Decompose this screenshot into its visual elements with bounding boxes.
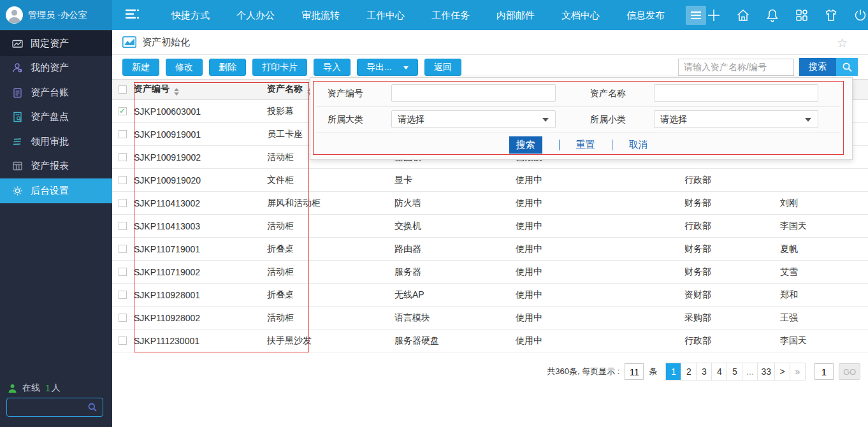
- page-button[interactable]: 1: [665, 363, 681, 380]
- export-button[interactable]: 导出...: [357, 59, 418, 76]
- row-checkbox[interactable]: [119, 130, 127, 138]
- nav-list-icon[interactable]: [125, 8, 141, 22]
- page-button[interactable]: 33: [757, 363, 774, 380]
- row-checkbox[interactable]: [119, 199, 127, 207]
- title-bar: 资产初始化 ☆: [112, 30, 868, 55]
- user-name: 管理员 -办公室: [28, 10, 87, 21]
- row-checkbox[interactable]: [119, 268, 127, 276]
- sidebar-item-backend-settings[interactable]: 后台设置: [0, 178, 112, 203]
- sidebar-search-input[interactable]: [7, 403, 87, 412]
- table-row[interactable]: SJKP110928002 活动柜 语言模块 使用中 采购部 王强: [112, 307, 868, 329]
- settings-gear-icon: [11, 185, 23, 196]
- top-menu-item[interactable]: 信息发布: [613, 0, 678, 30]
- asset-search-input[interactable]: [678, 59, 794, 76]
- filter-input-asset-name[interactable]: [654, 84, 818, 102]
- table-row[interactable]: SJKP110719002 活动柜 服务器 使用中 财务部 艾雪: [112, 261, 868, 284]
- table-row[interactable]: SJKP110928001 折叠桌 无线AP 使用中 资财部 郑和: [112, 284, 868, 307]
- top-menu-item[interactable]: 文档中心: [548, 0, 613, 30]
- page-button[interactable]: 4: [711, 363, 727, 380]
- select-all-checkbox[interactable]: [119, 85, 127, 94]
- add-icon[interactable]: [706, 8, 721, 23]
- toolbar-button[interactable]: 删除: [209, 59, 246, 76]
- power-logout-icon[interactable]: [853, 8, 868, 23]
- top-menu-item[interactable]: 个人办公: [223, 0, 288, 30]
- table-row[interactable]: SJKP110719001 折叠桌 路由器 使用中 财务部 夏帆: [112, 238, 868, 261]
- row-checkbox[interactable]: [119, 291, 127, 299]
- filter-select-major-category[interactable]: 请选择: [391, 110, 556, 128]
- popup-reset-button[interactable]: 重置: [576, 139, 595, 151]
- search-button[interactable]: 搜索: [799, 58, 836, 76]
- top-menu-item[interactable]: 快捷方式: [158, 0, 223, 30]
- theme-shirt-icon[interactable]: [823, 8, 839, 23]
- sidebar-item-requisition-approval[interactable]: 领用审批: [0, 129, 112, 154]
- page-button[interactable]: ...: [742, 363, 757, 380]
- row-checkbox[interactable]: [119, 107, 127, 115]
- row-checkbox[interactable]: [119, 222, 127, 230]
- sidebar-item-asset-reports[interactable]: 资产报表: [0, 154, 112, 179]
- sidebar-search-icon[interactable]: [87, 402, 98, 412]
- hamburger-menu-button[interactable]: [686, 6, 706, 25]
- top-menu-item[interactable]: 内部邮件: [483, 0, 548, 30]
- page-button[interactable]: >: [774, 363, 790, 380]
- page-button[interactable]: 2: [681, 363, 696, 380]
- cell-item: 语言模块: [393, 312, 514, 324]
- cell-status: 使用中: [514, 198, 683, 209]
- go-button[interactable]: GO: [839, 363, 860, 380]
- back-button[interactable]: 返回: [424, 59, 461, 76]
- page-size-input[interactable]: [625, 363, 644, 380]
- toolbar-buttons: 新建 修改 删除 打印卡片 导入: [122, 59, 357, 76]
- popup-search-button[interactable]: 搜索: [509, 136, 542, 154]
- toolbar-button[interactable]: 导入: [314, 59, 351, 76]
- top-menu-item[interactable]: 工作中心: [353, 0, 418, 30]
- page-button[interactable]: 3: [696, 363, 711, 380]
- column-header-asset-id[interactable]: 资产编号: [133, 83, 266, 96]
- cell-item: 无线AP: [393, 289, 514, 301]
- cell-department: 财务部: [683, 198, 779, 209]
- table-row[interactable]: SJKP111230001 扶手黑沙发 服务器硬盘 使用中 行政部 李国天: [112, 329, 868, 352]
- sidebar-item-my-assets[interactable]: 我的资产: [0, 56, 112, 81]
- top-menu-item[interactable]: 工作任务: [418, 0, 483, 30]
- favorite-star-icon[interactable]: ☆: [837, 36, 848, 50]
- cell-user: 刘刚: [779, 198, 868, 209]
- cell-user: 李国天: [779, 221, 868, 232]
- chevron-down-icon: [542, 118, 549, 122]
- user-block[interactable]: 管理员 -办公室: [0, 0, 112, 30]
- page-button[interactable]: »: [790, 363, 805, 380]
- top-menu-item[interactable]: 审批流转: [288, 0, 353, 30]
- cell-item: 路由器: [393, 243, 514, 255]
- divider: [612, 140, 612, 150]
- filter-select-minor-category[interactable]: 请选择: [654, 110, 818, 128]
- filter-input-asset-id[interactable]: [391, 84, 556, 102]
- cell-user: 艾雪: [779, 266, 868, 278]
- cell-item: 显卡: [393, 175, 514, 186]
- online-label: 在线: [22, 382, 40, 394]
- sidebar-item-fixed-assets[interactable]: 固定资产: [0, 31, 112, 56]
- table-row[interactable]: SJKP110413003 活动柜 交换机 使用中 行政部 李国天: [112, 215, 868, 238]
- sort-icon[interactable]: [174, 88, 179, 96]
- table-row[interactable]: SJKP110413002 屏风和活动柜 防火墙 使用中 财务部 刘刚: [112, 192, 868, 215]
- page-button[interactable]: 5: [727, 363, 742, 380]
- row-checkbox[interactable]: [119, 245, 127, 253]
- toolbar-button[interactable]: 新建: [122, 59, 159, 76]
- cell-asset-name: 活动柜: [266, 221, 393, 232]
- sidebar-item-asset-inventory[interactable]: 资产盘点: [0, 105, 112, 130]
- sidebar-item-asset-ledger[interactable]: 资产台账: [0, 80, 112, 105]
- row-checkbox[interactable]: [119, 337, 127, 345]
- online-user-icon: [8, 384, 17, 393]
- popup-cancel-button[interactable]: 取消: [629, 139, 648, 151]
- toolbar-button[interactable]: 修改: [166, 59, 203, 76]
- row-checkbox[interactable]: [119, 153, 127, 161]
- toolbar-button[interactable]: 打印卡片: [252, 59, 307, 76]
- cell-asset-id: SJKP110928002: [133, 313, 266, 323]
- home-icon[interactable]: [735, 8, 751, 23]
- row-checkbox[interactable]: [119, 314, 127, 322]
- apps-grid-icon[interactable]: [794, 8, 809, 23]
- row-checkbox[interactable]: [119, 176, 127, 184]
- advanced-search-icon-button[interactable]: [836, 58, 858, 76]
- cell-item: 交换机: [393, 221, 514, 232]
- table-row[interactable]: SJKP100919020 文件柜 显卡 使用中 行政部: [112, 169, 868, 192]
- cell-department: 行政部: [683, 221, 779, 232]
- online-suffix: 人: [52, 382, 61, 394]
- notifications-bell-icon[interactable]: [765, 8, 780, 23]
- page-jump-input[interactable]: [814, 363, 834, 380]
